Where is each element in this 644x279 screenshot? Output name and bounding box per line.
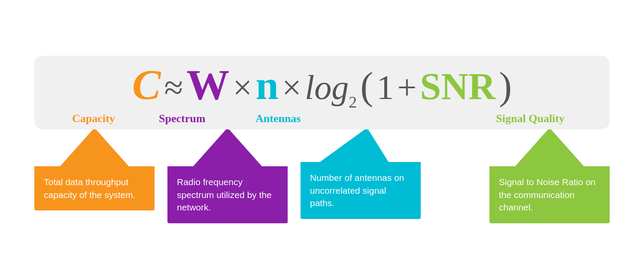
formula-open-paren: (	[360, 67, 373, 105]
card-body-signal-quality: Signal to Noise Ratio on the communicati…	[489, 166, 610, 223]
formula-W: W	[186, 63, 229, 106]
formula-times1: ×	[233, 70, 252, 105]
card-spectrum: Radio frequency spectrum utilized by the…	[167, 128, 288, 223]
formula-SNR: SNR	[420, 68, 495, 105]
card-body-spectrum: Radio frequency spectrum utilized by the…	[167, 166, 288, 223]
label-signal-quality: Signal Quality	[496, 112, 565, 125]
formula-plus: +	[397, 70, 416, 105]
labels-row: Capacity Spectrum Antennas Signal Qualit…	[60, 106, 584, 125]
card-body-capacity: Total data throughput capacity of the sy…	[34, 166, 155, 210]
arrow-spectrum	[193, 128, 262, 166]
formula-one: 1	[377, 70, 394, 105]
formula-n: n	[255, 65, 278, 106]
formula-log: log	[305, 70, 349, 105]
formula-row: C ≈ W × n × log2 ( 1 + SNR )	[132, 63, 512, 106]
formula-log-group: log2	[305, 70, 357, 105]
formula-times2: ×	[282, 70, 301, 105]
card-capacity: Total data throughput capacity of the sy…	[34, 128, 155, 210]
label-spectrum: Spectrum	[159, 112, 205, 125]
arrow-antennas	[320, 128, 389, 162]
formula-box: C ≈ W × n × log2 ( 1 + SNR ) Capacity Sp…	[34, 56, 610, 129]
formula-approx: ≈	[164, 70, 183, 105]
formula-close-paren: )	[499, 67, 512, 105]
cards-section: Total data throughput capacity of the sy…	[34, 128, 610, 223]
formula-C: C	[132, 63, 161, 106]
card-signal-quality: Signal to Noise Ratio on the communicati…	[489, 128, 610, 223]
arrow-capacity	[60, 128, 129, 166]
card-antennas: Number of antennas on uncorrelated signa…	[301, 128, 421, 219]
arrow-signal-quality	[515, 128, 584, 166]
label-capacity: Capacity	[72, 112, 115, 125]
main-container: C ≈ W × n × log2 ( 1 + SNR ) Capacity Sp…	[13, 56, 631, 223]
card-body-antennas: Number of antennas on uncorrelated signa…	[301, 162, 421, 219]
label-antennas: Antennas	[255, 112, 301, 125]
